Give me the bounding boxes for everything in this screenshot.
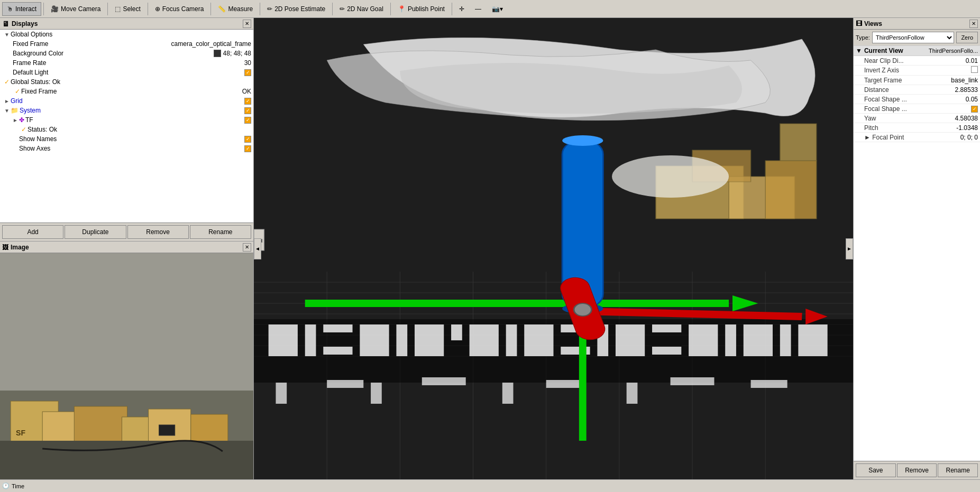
views-header: 🎞 Views ✕ (854, 18, 980, 30)
tf-item[interactable]: ► ✤ TF ✓ (0, 115, 253, 125)
svg-rect-48 (616, 324, 645, 356)
main-layout: 🖥 Displays ✕ ▼ Global Options Fixed Fram… (0, 18, 980, 479)
displays-title: 🖥 Displays (2, 20, 38, 28)
default-light-item[interactable]: Default Light ✓ (0, 68, 253, 77)
global-options-item[interactable]: ▼ Global Options (0, 30, 253, 39)
separator (332, 3, 333, 15)
focus-camera-button[interactable]: ⊕ Focus Camera (150, 2, 209, 16)
svg-rect-49 (652, 324, 681, 332)
publish-point-button[interactable]: 📍 Publish Point (393, 2, 450, 16)
background-color-item[interactable]: Background Color 48; 48; 48 (0, 49, 253, 58)
views-panel: 🎞 Views ✕ Type: ThirdPersonFollow Orbit … (854, 18, 980, 479)
svg-rect-62 (627, 383, 638, 404)
add-button[interactable]: Add (2, 225, 63, 239)
displays-close-button[interactable]: ✕ (243, 20, 251, 28)
svg-rect-1 (0, 253, 253, 391)
remove-view-button[interactable]: Remove (897, 463, 937, 477)
system-item[interactable]: ▼ 📁 System ✓ (0, 106, 253, 115)
global-status-item[interactable]: ✓ Global Status: Ok (0, 77, 253, 87)
show-axes-item[interactable]: Show Axes ✓ (0, 144, 253, 153)
center-3d-view[interactable]: ◄ ◄ ► (254, 18, 853, 479)
displays-header: 🖥 Displays ✕ (0, 18, 253, 30)
remove-button[interactable]: Remove (127, 225, 189, 239)
show-names-item[interactable]: Show Names ✓ (0, 134, 253, 144)
displays-panel: 🖥 Displays ✕ ▼ Global Options Fixed Fram… (0, 18, 253, 242)
image-scene-svg: SF (0, 253, 253, 479)
add-icon-button[interactable]: ✛ (454, 2, 469, 16)
svg-rect-42 (470, 324, 499, 356)
pose-estimate-button[interactable]: ✏ 2D Pose Estimate (262, 2, 330, 16)
right-collapse-button[interactable]: ► (846, 238, 853, 259)
point-icon: 📍 (398, 5, 406, 13)
view-type-select[interactable]: ThirdPersonFollow Orbit TopDown Ortho (872, 32, 954, 43)
interact-button[interactable]: 🖱 Interact (2, 2, 41, 16)
svg-rect-50 (652, 347, 681, 355)
zero-button[interactable]: Zero (956, 32, 978, 43)
focal-shape-checkbox[interactable]: ✓ (971, 106, 978, 113)
near-clip-property[interactable]: Near Clip Di... 0.01 (854, 56, 980, 66)
move-camera-button[interactable]: 🎥 Move Camera (46, 2, 105, 16)
system-arrow: ▼ (4, 108, 10, 114)
folder-icon: 📁 (11, 107, 19, 114)
svg-rect-39 (396, 324, 407, 356)
3d-scene-svg: ◄ (254, 18, 853, 479)
measure-button[interactable]: 📏 Measure (213, 2, 258, 16)
svg-rect-31 (780, 124, 817, 161)
svg-rect-63 (671, 377, 715, 385)
svg-text:SF: SF (16, 429, 25, 437)
separator (148, 3, 148, 15)
target-frame-property[interactable]: Target Frame base_link (854, 76, 980, 85)
select-button[interactable]: ⬚ Select (110, 2, 145, 16)
focal-shape-size-property[interactable]: Focal Shape ... 0.05 (854, 95, 980, 104)
svg-rect-44 (524, 324, 553, 356)
distance-property[interactable]: Distance 2.88533 (854, 85, 980, 95)
svg-rect-55 (798, 324, 827, 356)
status-ok-icon: ✓ (4, 78, 10, 86)
monitor-icon: 🖥 (2, 20, 10, 28)
image-icon: 🖼 (2, 244, 8, 251)
camera-options-button[interactable]: 📷▾ (487, 2, 508, 16)
fixed-frame-item[interactable]: Fixed Frame camera_color_optical_frame (0, 39, 253, 49)
toolbar: 🖱 Interact 🎥 Move Camera ⬚ Select ⊕ Focu… (0, 0, 980, 18)
views-close-button[interactable]: ✕ (969, 20, 978, 28)
invert-z-property[interactable]: Invert Z Axis (854, 66, 980, 76)
tf-status-item[interactable]: ✓ Status: Ok (0, 125, 253, 134)
pose-icon: ✏ (267, 5, 272, 13)
nav-icon: ✏ (340, 5, 345, 13)
svg-rect-38 (360, 324, 389, 356)
svg-point-74 (574, 303, 591, 316)
default-light-checkbox[interactable]: ✓ (244, 69, 251, 76)
show-names-checkbox[interactable]: ✓ (244, 136, 251, 143)
current-view-header[interactable]: ▼ Current View ThirdPersonFollo... (854, 46, 980, 56)
grid-item[interactable]: ► Grid ✓ (0, 96, 253, 106)
nav-goal-button[interactable]: ✏ 2D Nav Goal (335, 2, 388, 16)
svg-rect-10 (159, 425, 175, 435)
grid-checkbox[interactable]: ✓ (244, 98, 251, 105)
focal-point-property[interactable]: ► Focal Point 0; 0; 0 (854, 133, 980, 142)
svg-rect-36 (323, 324, 352, 332)
minus-icon-button[interactable]: — (470, 2, 486, 16)
focal-shape-visible-property[interactable]: Focal Shape ... ✓ (854, 104, 980, 114)
duplicate-button[interactable]: Duplicate (65, 225, 126, 239)
rename-view-button[interactable]: Rename (938, 463, 978, 477)
save-view-button[interactable]: Save (856, 463, 896, 477)
left-collapse-button[interactable]: ◄ (254, 238, 261, 259)
separator (43, 3, 44, 15)
focal-point-arrow: ► (864, 134, 871, 141)
tf-checkbox[interactable]: ✓ (244, 117, 251, 124)
svg-rect-59 (422, 377, 466, 385)
rename-button[interactable]: Rename (190, 225, 251, 239)
image-title: 🖼 Image (2, 244, 29, 251)
fixed-frame-status-item[interactable]: ✓ Fixed Frame OK (0, 87, 253, 96)
expand-arrow: ▼ (4, 32, 10, 38)
frame-rate-item[interactable]: Frame Rate 30 (0, 58, 253, 68)
pitch-property[interactable]: Pitch -1.0348 (854, 123, 980, 133)
status-bar: 🕐 Time (0, 479, 980, 492)
show-axes-checkbox[interactable]: ✓ (244, 145, 251, 152)
svg-rect-52 (725, 324, 736, 356)
invert-z-checkbox[interactable] (971, 66, 978, 73)
system-checkbox[interactable]: ✓ (244, 107, 251, 114)
yaw-property[interactable]: Yaw 4.58038 (854, 114, 980, 123)
image-close-button[interactable]: ✕ (243, 243, 251, 252)
separator (260, 3, 260, 15)
